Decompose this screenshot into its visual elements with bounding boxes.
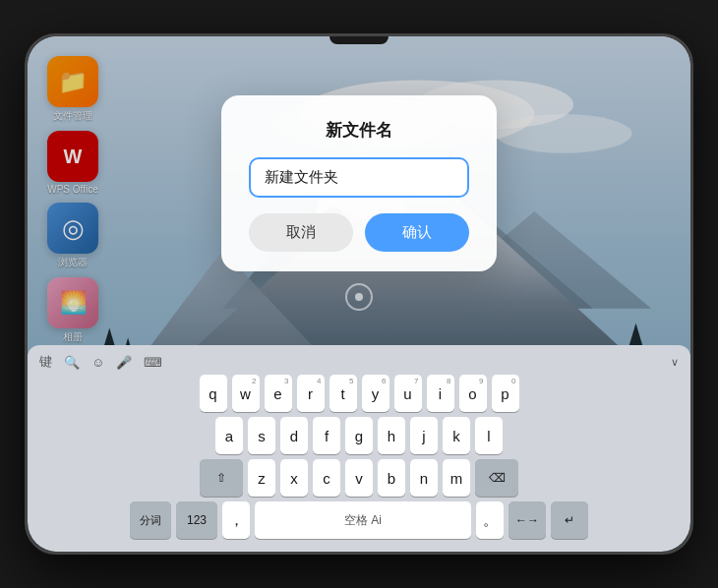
- key-q[interactable]: q: [200, 375, 227, 412]
- key-numbers[interactable]: 123: [176, 501, 217, 539]
- key-n[interactable]: n: [410, 459, 438, 497]
- key-enter[interactable]: ↵: [551, 501, 588, 539]
- keyboard-row-3: ⇧ z x c v b n m ⌫: [31, 459, 687, 497]
- keyboard-tool-search[interactable]: 🔍: [64, 355, 80, 370]
- key-z[interactable]: z: [248, 459, 275, 497]
- key-a[interactable]: a: [215, 417, 243, 454]
- dialog-buttons: 取消 确认: [249, 213, 469, 252]
- key-comma[interactable]: ，: [222, 501, 250, 539]
- key-arrows[interactable]: ←→: [509, 501, 546, 539]
- dialog-title: 新文件名: [249, 119, 469, 142]
- key-w[interactable]: w2: [232, 375, 260, 412]
- key-chinese-split[interactable]: 分词: [130, 501, 171, 539]
- filename-input[interactable]: [249, 157, 469, 198]
- key-j[interactable]: j: [410, 417, 438, 454]
- keyboard-row-2: a s d f g h j k l: [31, 417, 687, 454]
- key-k[interactable]: k: [443, 417, 470, 454]
- confirm-button[interactable]: 确认: [365, 213, 469, 252]
- device-frame: 📁 文件管理 W WPS Office ◎ 浏览器 🌅 相册 ✉ 电子邮件: [25, 33, 693, 555]
- key-t[interactable]: t5: [329, 375, 357, 412]
- key-x[interactable]: x: [280, 459, 308, 497]
- key-d[interactable]: d: [280, 417, 308, 454]
- cancel-button[interactable]: 取消: [249, 213, 353, 252]
- keyboard-tool-layout[interactable]: ⌨: [144, 355, 162, 370]
- key-m[interactable]: m: [443, 459, 470, 497]
- key-o[interactable]: o9: [459, 375, 487, 412]
- key-v[interactable]: v: [345, 459, 373, 497]
- key-s[interactable]: s: [248, 417, 275, 454]
- toolbar-left: 键 🔍 ☺ 🎤 ⌨: [39, 353, 162, 371]
- key-backspace[interactable]: ⌫: [475, 459, 518, 497]
- key-space[interactable]: 空格 Ai: [255, 501, 471, 539]
- key-e[interactable]: e3: [265, 375, 292, 412]
- key-c[interactable]: c: [313, 459, 340, 497]
- key-l[interactable]: l: [475, 417, 503, 454]
- keyboard-tool-emoji[interactable]: ☺: [91, 355, 104, 370]
- drag-hint: [345, 283, 373, 311]
- keyboard-tool-voice[interactable]: 🎤: [116, 355, 132, 370]
- key-y[interactable]: y6: [362, 375, 389, 412]
- key-f[interactable]: f: [313, 417, 340, 454]
- keyboard-row-4: 分词 123 ， 空格 Ai 。 ←→ ↵: [31, 501, 687, 539]
- key-i[interactable]: i8: [427, 375, 454, 412]
- screen: 📁 文件管理 W WPS Office ◎ 浏览器 🌅 相册 ✉ 电子邮件: [28, 36, 690, 552]
- key-g[interactable]: g: [345, 417, 373, 454]
- key-p[interactable]: p0: [492, 375, 519, 412]
- keyboard-tool-chinese[interactable]: 键: [39, 353, 52, 371]
- key-shift[interactable]: ⇧: [200, 459, 243, 497]
- keyboard-toolbar: 键 🔍 ☺ 🎤 ⌨ ∨: [31, 351, 687, 375]
- keyboard-row-1: q w2 e3 r4 t5 y6 u7 i8 o9 p0: [31, 375, 687, 412]
- rename-dialog: 新文件名 取消 确认: [221, 95, 497, 271]
- key-u[interactable]: u7: [394, 375, 422, 412]
- key-b[interactable]: b: [378, 459, 405, 497]
- device-notch: [329, 36, 389, 44]
- virtual-keyboard: 键 🔍 ☺ 🎤 ⌨ ∨ q w2 e3 r4 t5 y6 u7 i8 o9 p: [28, 345, 690, 552]
- key-h[interactable]: h: [378, 417, 405, 454]
- key-period[interactable]: 。: [476, 501, 504, 539]
- keyboard-collapse[interactable]: ∨: [671, 356, 679, 369]
- key-r[interactable]: r4: [297, 375, 325, 412]
